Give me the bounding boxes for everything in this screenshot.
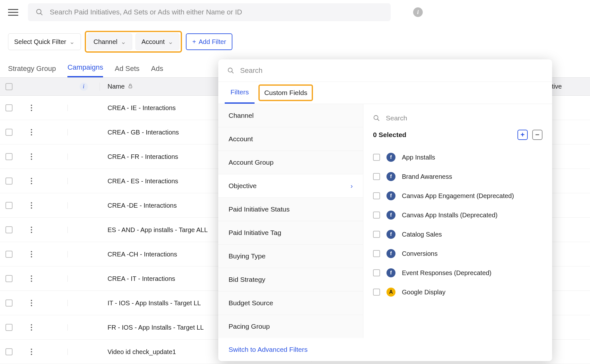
svg-point-0 bbox=[37, 9, 41, 14]
info-icon[interactable]: i bbox=[413, 7, 423, 17]
filter-category-paid-initiative-tag[interactable]: Paid Initiative Tag bbox=[218, 221, 363, 245]
tab-ads[interactable]: Ads bbox=[151, 60, 163, 77]
row-checkbox[interactable] bbox=[5, 104, 13, 111]
filter-category-buying-type[interactable]: Buying Type bbox=[218, 245, 363, 268]
facebook-icon: f bbox=[386, 191, 395, 200]
facebook-icon: f bbox=[386, 249, 395, 258]
info-column-icon[interactable]: i bbox=[80, 82, 88, 91]
filter-options-list: f App Installs f Brand Awareness f Canva… bbox=[373, 148, 542, 338]
row-more-menu[interactable] bbox=[31, 251, 32, 257]
filter-category-bid-strategy[interactable]: Bid Strategy bbox=[218, 268, 363, 291]
popover-search-input[interactable] bbox=[240, 66, 543, 75]
tab-filters[interactable]: Filters bbox=[225, 82, 255, 104]
option-label: Canvas App Engagement (Deprecated) bbox=[402, 191, 514, 200]
channel-filter[interactable]: Channel ⌄ bbox=[87, 33, 132, 50]
add-filter-button[interactable]: + Add Filter bbox=[186, 33, 232, 50]
option-label: Conversions bbox=[402, 249, 438, 258]
tab-campaigns[interactable]: Campaigns bbox=[67, 59, 103, 77]
row-checkbox[interactable] bbox=[5, 299, 13, 307]
row-more-menu[interactable] bbox=[31, 202, 32, 209]
global-search[interactable] bbox=[28, 3, 391, 21]
row-checkbox[interactable] bbox=[5, 275, 13, 282]
filter-category-paid-initiative-status[interactable]: Paid Initiative Status bbox=[218, 198, 363, 221]
option-checkbox[interactable] bbox=[373, 192, 380, 199]
hamburger-menu[interactable] bbox=[8, 7, 18, 17]
tab-custom-fields[interactable]: Custom Fields bbox=[260, 86, 312, 100]
svg-point-3 bbox=[228, 68, 232, 72]
plus-icon: + bbox=[192, 38, 196, 46]
search-icon bbox=[373, 115, 380, 122]
row-checkbox[interactable] bbox=[5, 251, 13, 258]
collapse-all-button[interactable]: − bbox=[532, 130, 542, 140]
popover-search[interactable] bbox=[218, 59, 552, 82]
channel-filter-label: Channel bbox=[93, 38, 117, 46]
svg-line-4 bbox=[232, 71, 234, 73]
google-ads-icon: A bbox=[386, 288, 395, 297]
option-checkbox[interactable] bbox=[373, 269, 380, 276]
row-checkbox[interactable] bbox=[5, 153, 13, 160]
filter-option[interactable]: f Brand Awareness bbox=[373, 167, 542, 186]
row-more-menu[interactable] bbox=[31, 349, 32, 355]
tab-ad-sets[interactable]: Ad Sets bbox=[115, 60, 139, 77]
add-filter-label: Add Filter bbox=[199, 38, 226, 46]
row-more-menu[interactable] bbox=[31, 324, 32, 331]
row-checkbox[interactable] bbox=[5, 348, 13, 355]
filter-category-objective[interactable]: Objective› bbox=[218, 174, 363, 198]
chevron-down-icon: ⌄ bbox=[69, 38, 75, 46]
row-checkbox[interactable] bbox=[5, 129, 13, 136]
row-more-menu[interactable] bbox=[31, 300, 32, 306]
global-search-input[interactable] bbox=[50, 8, 383, 16]
row-more-menu[interactable] bbox=[31, 105, 32, 111]
chevron-right-icon: › bbox=[351, 182, 353, 190]
filter-category-channel[interactable]: Channel bbox=[218, 104, 363, 127]
account-filter-label: Account bbox=[142, 38, 165, 46]
filter-option[interactable]: f Canvas App Engagement (Deprecated) bbox=[373, 186, 542, 205]
row-more-menu[interactable] bbox=[31, 275, 32, 282]
option-checkbox[interactable] bbox=[373, 289, 380, 296]
select-all-checkbox[interactable] bbox=[5, 83, 13, 90]
filter-option[interactable]: A Google Display bbox=[373, 282, 542, 302]
option-checkbox[interactable] bbox=[373, 250, 380, 257]
svg-line-6 bbox=[377, 119, 379, 121]
filter-option[interactable]: f App Installs bbox=[373, 148, 542, 167]
chevron-down-icon: ⌄ bbox=[121, 38, 126, 46]
row-checkbox[interactable] bbox=[5, 178, 13, 185]
quick-filter-select[interactable]: Select Quick Filter ⌄ bbox=[8, 33, 81, 50]
svg-line-1 bbox=[40, 13, 42, 15]
filter-category-account[interactable]: Account bbox=[218, 127, 363, 151]
filter-category-list: ChannelAccountAccount GroupObjective›Pai… bbox=[218, 104, 363, 338]
filter-option[interactable]: f Catalog Sales bbox=[373, 225, 542, 244]
row-checkbox[interactable] bbox=[5, 324, 13, 331]
row-more-menu[interactable] bbox=[31, 153, 32, 160]
row-more-menu[interactable] bbox=[31, 129, 32, 135]
expand-all-button[interactable]: + bbox=[517, 130, 528, 140]
row-more-menu[interactable] bbox=[31, 227, 32, 233]
tab-strategy-group[interactable]: Strategy Group bbox=[8, 60, 56, 77]
option-label: Brand Awareness bbox=[402, 172, 452, 181]
option-checkbox[interactable] bbox=[373, 154, 380, 161]
option-checkbox[interactable] bbox=[373, 231, 380, 238]
option-checkbox[interactable] bbox=[373, 212, 380, 219]
options-search-input[interactable] bbox=[386, 114, 542, 122]
options-search[interactable] bbox=[373, 112, 542, 130]
option-label: Event Responses (Deprecated) bbox=[402, 268, 491, 277]
lock-icon bbox=[128, 83, 133, 90]
highlighted-custom-fields-tab: Custom Fields bbox=[258, 84, 313, 101]
highlighted-filter-group: Channel ⌄ Account ⌄ bbox=[85, 31, 182, 53]
filter-option[interactable]: f Conversions bbox=[373, 244, 542, 263]
filter-option[interactable]: f Event Responses (Deprecated) bbox=[373, 263, 542, 282]
filter-option[interactable]: f Canvas App Installs (Deprecated) bbox=[373, 205, 542, 225]
account-filter[interactable]: Account ⌄ bbox=[135, 33, 179, 50]
filter-category-budget-source[interactable]: Budget Source bbox=[218, 291, 363, 315]
row-more-menu[interactable] bbox=[31, 178, 32, 184]
name-column-header: Name bbox=[108, 83, 125, 90]
facebook-icon: f bbox=[386, 230, 395, 239]
facebook-icon: f bbox=[386, 268, 395, 277]
row-checkbox[interactable] bbox=[5, 202, 13, 209]
option-checkbox[interactable] bbox=[373, 173, 380, 180]
switch-advanced-filters-link[interactable]: Switch to Advanced Filters bbox=[229, 346, 308, 353]
filter-category-pacing-group[interactable]: Pacing Group bbox=[218, 315, 363, 338]
option-label: App Installs bbox=[402, 153, 435, 162]
filter-category-account-group[interactable]: Account Group bbox=[218, 151, 363, 174]
row-checkbox[interactable] bbox=[5, 226, 13, 233]
